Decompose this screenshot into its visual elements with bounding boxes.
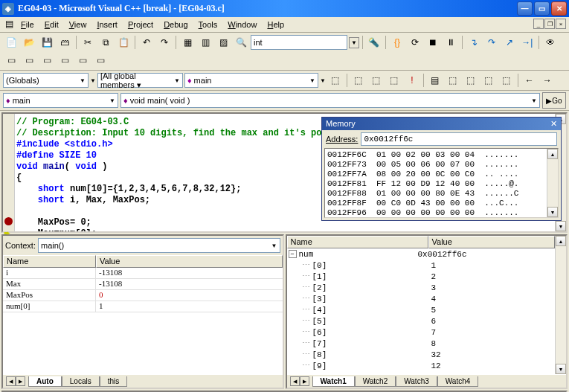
context-label: Context:: [5, 241, 36, 250]
mdi-icon[interactable]: ▤: [3, 19, 15, 29]
nav-file-combo[interactable]: ♦ main▼: [3, 93, 118, 108]
memory-dump[interactable]: 0012FF6C 01 00 02 00 03 00 04 ....... 00…: [325, 149, 547, 217]
watch-item[interactable]: ⋯[1]2: [287, 271, 556, 282]
window-list-icon[interactable]: ▨: [215, 34, 231, 51]
tab-prev[interactable]: ◀: [290, 376, 300, 386]
output-icon[interactable]: ▥: [197, 34, 213, 51]
context-combo[interactable]: main()▼: [38, 238, 280, 253]
watch-item[interactable]: ⋯[3]4: [287, 293, 556, 304]
copy-icon[interactable]: ⧉: [97, 34, 114, 51]
tab-this[interactable]: this: [100, 376, 128, 387]
collapse-icon[interactable]: −: [289, 250, 297, 258]
menu-help[interactable]: Help: [263, 19, 289, 30]
window-title: EG04-03 - Microsoft Visual C++ [break] -…: [18, 3, 517, 14]
watch-icon[interactable]: ▭: [3, 52, 19, 68]
wiz2-icon[interactable]: ⬚: [350, 72, 367, 89]
func-combo[interactable]: ♦ main▼: [184, 73, 318, 88]
regs-icon[interactable]: ▭: [39, 52, 55, 68]
tab-next[interactable]: ▶: [16, 376, 25, 386]
menu-debug[interactable]: Debug: [159, 19, 192, 30]
col-value[interactable]: Value: [96, 255, 283, 268]
address-input[interactable]: [361, 132, 557, 146]
tab-watch1[interactable]: Watch1: [312, 376, 355, 387]
new-icon[interactable]: 📄: [3, 34, 19, 51]
save-all-icon[interactable]: 🗃: [57, 34, 73, 51]
break-icon[interactable]: ⏸: [443, 34, 459, 51]
wiz9-icon[interactable]: ⬚: [480, 72, 497, 89]
disasm-icon[interactable]: ▭: [92, 52, 109, 68]
col-name[interactable]: Name: [3, 255, 96, 268]
search-icon[interactable]: 🔦: [366, 34, 382, 51]
members-combo[interactable]: [All global members ▾▼: [97, 73, 183, 88]
col-value[interactable]: Value: [428, 236, 556, 248]
col-name[interactable]: Name: [287, 236, 428, 248]
save-icon[interactable]: 💾: [39, 34, 55, 51]
wiz4-icon[interactable]: ⬚: [386, 72, 402, 89]
wiz3-icon[interactable]: ⬚: [368, 72, 385, 89]
mem-icon[interactable]: ▭: [57, 52, 73, 68]
watch-item[interactable]: ⋯[2]3: [287, 282, 556, 293]
mdi-min[interactable]: _: [533, 19, 544, 29]
quickwatch-icon[interactable]: 👁: [542, 34, 559, 51]
watch-item[interactable]: ⋯[0]1: [287, 260, 556, 271]
go-icon[interactable]: {}: [389, 34, 405, 51]
wiz8-icon[interactable]: ⬚: [463, 72, 479, 89]
minimize-button[interactable]: —: [517, 1, 533, 16]
watch-item[interactable]: ⋯[5]6: [287, 315, 556, 327]
stack-icon[interactable]: ▭: [74, 52, 91, 68]
menu-view[interactable]: View: [65, 19, 91, 30]
run-to-icon[interactable]: →|: [519, 34, 536, 51]
step-into-icon[interactable]: ↴: [466, 34, 482, 51]
wiz5-icon[interactable]: !: [404, 72, 420, 89]
menu-window[interactable]: Window: [223, 19, 261, 30]
mdi-restore[interactable]: ❐: [544, 19, 555, 29]
tab-auto[interactable]: Auto: [28, 376, 62, 387]
watch-item[interactable]: ⋯[8]32: [287, 349, 556, 360]
maximize-button[interactable]: ▭: [534, 1, 550, 16]
find-dd[interactable]: ▼: [349, 37, 359, 48]
menu-insert[interactable]: Insert: [92, 19, 122, 30]
wiz1-icon[interactable]: ⬚: [327, 72, 344, 89]
undo-icon[interactable]: ↶: [138, 34, 155, 51]
watch-item[interactable]: ⋯[4]5: [287, 304, 556, 315]
find-input[interactable]: [251, 35, 347, 50]
vars-icon[interactable]: ▭: [21, 52, 37, 68]
wiz7-icon[interactable]: ⬚: [445, 72, 461, 89]
open-icon[interactable]: 📂: [21, 34, 37, 51]
mem-vscroll[interactable]: ▲▼: [547, 149, 558, 217]
menu-edit[interactable]: Edit: [40, 19, 63, 30]
paste-icon[interactable]: 📋: [115, 34, 132, 51]
menu-file[interactable]: File: [16, 19, 39, 30]
tab-watch4[interactable]: Watch4: [437, 376, 479, 387]
close-button[interactable]: ✕: [551, 1, 567, 16]
nav-sig-combo[interactable]: ♦ void main( void )▼: [120, 93, 540, 108]
stop-icon[interactable]: ⏹: [425, 34, 441, 51]
mdi-close[interactable]: ×: [556, 19, 566, 29]
go-button[interactable]: ▶Go: [542, 92, 566, 109]
menu-tools[interactable]: Tools: [194, 19, 222, 30]
workspace-icon[interactable]: ▦: [179, 34, 196, 51]
tab-watch3[interactable]: Watch3: [396, 376, 437, 387]
cut-icon[interactable]: ✂: [80, 34, 96, 51]
fwd-icon[interactable]: →: [539, 72, 556, 89]
tab-watch2[interactable]: Watch2: [355, 376, 396, 387]
watch-item[interactable]: ⋯[9]12: [287, 360, 556, 371]
tab-next[interactable]: ▶: [300, 376, 309, 386]
watch-item[interactable]: ⋯[6]7: [287, 327, 556, 338]
back-icon[interactable]: ←: [521, 72, 538, 89]
watch-vscroll[interactable]: ▲▼: [555, 236, 566, 374]
find-icon[interactable]: 🔍: [233, 34, 249, 51]
restart-icon[interactable]: ⟳: [407, 34, 423, 51]
memory-close-icon[interactable]: ✕: [550, 119, 557, 129]
redo-icon[interactable]: ↷: [156, 34, 173, 51]
scope-combo[interactable]: (Globals)▼: [3, 73, 89, 88]
step-out-icon[interactable]: ↗: [501, 34, 518, 51]
tab-locals[interactable]: Locals: [62, 376, 100, 387]
step-over-icon[interactable]: ↷: [483, 34, 500, 51]
watch-item[interactable]: ⋯[7]8: [287, 338, 556, 349]
wiz10-icon[interactable]: ⬚: [498, 72, 515, 89]
toolbar-main: 📄 📂 💾 🗃 ✂ ⧉ 📋 ↶ ↷ ▦ ▥ ▨ 🔍 ▼ 🔦 {} ⟳ ⏹ ⏸ ↴…: [0, 33, 569, 71]
menu-project[interactable]: Project: [123, 19, 158, 30]
tab-prev[interactable]: ◀: [6, 376, 16, 386]
wiz6-icon[interactable]: ▤: [427, 72, 443, 89]
